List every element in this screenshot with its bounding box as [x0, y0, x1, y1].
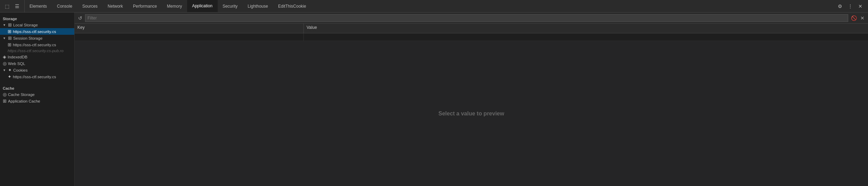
sidebar-item-app-cache[interactable]: ⊞ Application Cache: [0, 98, 74, 104]
filter-bar: ↺ 🚫 ✕: [75, 13, 868, 24]
cache-icon: ◎: [3, 92, 7, 97]
settings-icon[interactable]: ⚙: [836, 3, 844, 10]
database-icon: ⊞: [8, 35, 12, 41]
preview-area: Select a value to preview: [75, 41, 868, 186]
appcache-icon: ⊞: [3, 98, 7, 104]
sidebar-item-session-storage-url[interactable]: ⊞ https://sss-ctf.security.cs: [0, 41, 74, 48]
tab-memory[interactable]: Memory: [162, 0, 187, 12]
clear-filter-button[interactable]: 🚫: [850, 15, 858, 21]
value-header: Value: [304, 24, 868, 33]
sidebar-item-label: Web SQL: [8, 62, 25, 66]
key-header: Key: [75, 24, 304, 33]
storage-section-label: Storage: [0, 15, 74, 22]
top-bar-right: ⚙ ⋮ ✕: [832, 3, 868, 10]
table-row[interactable]: [75, 33, 868, 41]
preview-text: Select a value to preview: [439, 111, 504, 117]
device-icon[interactable]: ☰: [14, 3, 21, 10]
close-panel-button[interactable]: ✕: [860, 15, 865, 21]
database-icon: ⊞: [8, 42, 11, 47]
tab-sources[interactable]: Sources: [77, 0, 103, 12]
main-tabs: Elements Console Sources Network Perform…: [25, 0, 832, 12]
sidebar-item-cache-storage[interactable]: ◎ Cache Storage: [0, 91, 74, 98]
sidebar-item-local-storage[interactable]: ▼ ⊞ Local Storage: [0, 22, 74, 28]
sidebar-item-label: https://sss-ctf.security.cs: [13, 30, 56, 34]
sidebar-item-session-storage[interactable]: ▼ ⊞ Session Storage: [0, 35, 74, 41]
tab-application[interactable]: Application: [187, 0, 218, 12]
inspect-icon[interactable]: ⬚: [3, 3, 11, 10]
sidebar-item-websql[interactable]: ◎ Web SQL: [0, 60, 74, 67]
main-area: Storage ▼ ⊞ Local Storage ⊞ https://sss-…: [0, 13, 868, 186]
sidebar-item-session-storage-url2[interactable]: https://sss-ctf.security.cs-pub.ro: [0, 48, 74, 54]
sidebar-item-label: https://sss-ctf.security.cs-pub.ro: [8, 49, 64, 53]
sidebar-item-label: Application Cache: [8, 99, 40, 103]
database-icon: ⊞: [8, 29, 11, 34]
caret-icon: ▼: [3, 68, 6, 72]
cache-section-label: Cache: [0, 84, 74, 91]
caret-icon: ▼: [3, 37, 6, 40]
close-icon[interactable]: ✕: [857, 3, 864, 10]
sidebar-item-label: Session Storage: [13, 36, 42, 40]
content-panel: ↺ 🚫 ✕ Key Value Select a value to previe…: [75, 13, 868, 186]
tab-elements[interactable]: Elements: [25, 0, 52, 12]
sidebar-item-label: Cookies: [13, 68, 28, 72]
table-header: Key Value: [75, 24, 868, 33]
tab-network[interactable]: Network: [103, 0, 128, 12]
websql-icon: ◎: [3, 61, 7, 66]
tab-lighthouse[interactable]: Lighthouse: [243, 0, 273, 12]
filter-input[interactable]: [85, 14, 848, 22]
sidebar-item-cookies-url[interactable]: ✦ https://sss-ctf.security.cs: [0, 73, 74, 80]
sidebar-item-indexeddb[interactable]: ◈ IndexedDB: [0, 54, 74, 60]
sidebar-item-label: Local Storage: [13, 23, 38, 27]
cell-value: [304, 33, 868, 41]
tab-console[interactable]: Console: [52, 0, 77, 12]
cookie-icon: ✦: [8, 67, 12, 73]
sidebar-item-label: https://sss-ctf.security.cs: [13, 43, 56, 47]
more-icon[interactable]: ⋮: [846, 3, 854, 10]
tab-security[interactable]: Security: [218, 0, 243, 12]
refresh-button[interactable]: ↺: [77, 15, 83, 21]
top-bar: ⬚ ☰ Elements Console Sources Network Per…: [0, 0, 868, 13]
storage-table: Key Value Select a value to preview: [75, 24, 868, 186]
cookie-icon: ✦: [8, 74, 11, 79]
sidebar-item-label: Cache Storage: [8, 92, 35, 97]
sidebar-item-local-storage-url[interactable]: ⊞ https://sss-ctf.security.cs: [0, 28, 74, 35]
indexeddb-icon: ◈: [3, 54, 6, 59]
cell-key: [75, 33, 304, 41]
tab-performance[interactable]: Performance: [128, 0, 162, 12]
tab-editthiscookie[interactable]: EditThisCookie: [273, 0, 311, 12]
database-icon: ⊞: [8, 22, 12, 27]
devtools-icons: ⬚ ☰: [0, 0, 25, 12]
sidebar: Storage ▼ ⊞ Local Storage ⊞ https://sss-…: [0, 13, 75, 186]
caret-icon: ▼: [3, 23, 6, 27]
sidebar-item-cookies[interactable]: ▼ ✦ Cookies: [0, 67, 74, 73]
sidebar-item-label: IndexedDB: [8, 55, 27, 59]
sidebar-item-label: https://sss-ctf.security.cs: [13, 75, 56, 79]
